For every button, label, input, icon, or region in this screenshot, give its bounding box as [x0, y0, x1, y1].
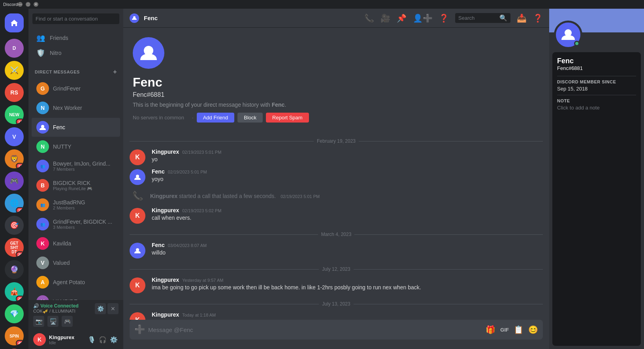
avatar-fenc: [36, 121, 49, 134]
dm-name-fenc: Fenc: [53, 124, 115, 130]
date-divider-jul12: July 12, 2023: [123, 260, 549, 275]
dm-name-bigdick-rick: BIGDICK RICK: [53, 180, 92, 186]
server-icon[interactable]: 🎮: [5, 172, 24, 191]
voice-screen-button[interactable]: 🖥️: [47, 316, 58, 327]
msg-username-4[interactable]: Fenc: [152, 242, 165, 248]
message-search-input[interactable]: [458, 15, 497, 21]
dm-item-nutty[interactable]: N NUTTY: [32, 137, 120, 156]
chat-area: Fenc 📞 🎥 📌 👤➕ ❓ 🔍 📥 ❓: [123, 9, 549, 349]
server-icon[interactable]: V: [5, 127, 24, 146]
dm-item-vampire[interactable]: V VAMPIRE: [32, 292, 120, 300]
home-server-icon[interactable]: [5, 13, 24, 32]
msg-username-1[interactable]: Kingpurex: [152, 149, 179, 155]
panel-avatar: [554, 21, 582, 49]
voice-channel: COK🎺 / ILLUMINATI: [33, 309, 79, 314]
server-icon[interactable]: ⚔️: [5, 61, 24, 80]
msg-content-4: Fenc 03/04/2023 8:07 AM willdo: [152, 242, 543, 258]
dm-item-nex-worker[interactable]: N Nex Worker: [32, 98, 120, 117]
dm-item-grind-bigdick[interactable]: 👥 GrindFever, BIGDICK ... 3 Members: [32, 215, 120, 234]
dm-search-area: [28, 9, 123, 29]
call-icon[interactable]: 📞: [364, 13, 374, 23]
avatar-vampire: V: [36, 295, 49, 300]
close-button[interactable]: ✕: [34, 2, 38, 7]
help-icon[interactable]: ❓: [439, 13, 449, 23]
dm-item-bigdick-rick[interactable]: B BIGDICK RICK Playing RuneLite 🎮: [32, 176, 120, 195]
dm-item-kavilda[interactable]: K Kavilda: [32, 234, 120, 253]
msg-text-2: yoyo: [152, 175, 543, 183]
server-icon[interactable]: SPIN 49: [5, 326, 24, 345]
msg-content-1: Kingpurex 02/19/2023 5:01 PM yo: [152, 149, 543, 165]
server-icon[interactable]: D: [5, 39, 24, 58]
server-icon[interactable]: 🎯: [5, 216, 24, 235]
message-group-1: K Kingpurex 02/19/2023 5:01 PM yo: [123, 147, 549, 167]
online-status-dot: [574, 41, 580, 46]
server-icon[interactable]: RS: [5, 83, 24, 102]
gif-icon[interactable]: GIF: [500, 327, 509, 333]
dm-item-justbadrng1[interactable]: 👥 JustBadRNG 2 Members: [32, 195, 120, 214]
inbox-icon[interactable]: 📥: [517, 13, 527, 23]
maximize-button[interactable]: □: [26, 2, 30, 7]
headset-button[interactable]: 🎧: [98, 335, 107, 344]
report-spam-button[interactable]: Report Spam: [266, 113, 309, 123]
voice-disconnect-button[interactable]: ✕: [107, 303, 119, 314]
dm-item-fenc[interactable]: Fenc: [32, 118, 120, 137]
dm-name-grind-bigdick: GrindFever, BIGDICK ...: [53, 219, 112, 225]
pin-icon[interactable]: 📌: [397, 13, 407, 23]
dm-item-grind-fever[interactable]: G GrindFever: [32, 79, 120, 98]
voice-cam-button[interactable]: 📷: [33, 316, 44, 327]
msg-header-5: Kingpurex Yesterday at 9:57 AM: [152, 277, 543, 283]
search-input[interactable]: [32, 13, 119, 24]
server-icon[interactable]: NEW 11: [5, 105, 24, 124]
server-icon[interactable]: 🦁 12: [5, 149, 24, 168]
attachment-button[interactable]: ➕: [134, 320, 145, 340]
sidebar-item-friends[interactable]: 👥 Friends: [32, 30, 120, 45]
voice-activity-button[interactable]: 🎮: [62, 316, 73, 327]
nitro-icon: 🛡️: [36, 49, 45, 57]
system-message-call: 📞 Kingpurex started a call that lasted a…: [123, 187, 549, 206]
msg-timestamp-2: 02/19/2023 5:01 PM: [168, 170, 207, 174]
server-icon[interactable]: 🔮: [5, 260, 24, 279]
sidebar-item-nitro[interactable]: 🛡️ Nitro: [32, 45, 120, 60]
msg-username-6[interactable]: Kingpurex: [152, 311, 179, 318]
msg-header-4: Fenc 03/04/2023 8:07 AM: [152, 242, 543, 248]
avatar-valued: V: [36, 257, 49, 269]
server-icon[interactable]: 💎: [5, 304, 24, 323]
server-icon[interactable]: 🎪 28: [5, 282, 24, 301]
avatar-nex-worker: N: [36, 102, 49, 114]
server-icon[interactable]: GETSHTDT 26: [5, 238, 24, 257]
question-icon[interactable]: ❓: [533, 13, 543, 23]
msg-username-3[interactable]: Kingpurex: [152, 207, 179, 213]
dm-sub-justbadrng1: 2 Members: [53, 206, 85, 210]
msg-username-5[interactable]: Kingpurex: [152, 277, 179, 283]
add-friend-icon[interactable]: 👤➕: [413, 13, 433, 23]
chat-input-area: ➕ 🎁 GIF 📋 😊: [123, 320, 549, 349]
emoji-icon[interactable]: 😊: [528, 325, 538, 334]
chat-header: Fenc 📞 🎥 📌 👤➕ ❓ 🔍 📥 ❓: [123, 9, 549, 28]
note-input[interactable]: Click to add a note: [557, 105, 636, 111]
minimize-button[interactable]: —: [18, 2, 23, 7]
dm-item-agent-potato[interactable]: A Agent Potato: [32, 273, 120, 292]
video-icon[interactable]: 🎥: [380, 13, 390, 23]
msg-timestamp-4: 03/04/2023 8:07 AM: [168, 243, 207, 248]
block-button[interactable]: Block: [237, 113, 263, 123]
dm-item-bowyer[interactable]: 👥 Bowyer, ImJon, Grind... 7 Members: [32, 157, 120, 175]
user-intro: Fenc Fenc#6881 This is the beginning of …: [123, 28, 549, 132]
dm-sub-bowyer: 7 Members: [53, 167, 111, 172]
mic-button[interactable]: 🎙️: [87, 335, 96, 344]
message-input[interactable]: [148, 322, 482, 338]
username-label: Kingpurex: [49, 334, 84, 340]
gift-icon[interactable]: 🎁: [486, 325, 495, 334]
avatar-kingpurex-4: K: [130, 312, 145, 320]
panel-username: Fenc: [557, 57, 636, 65]
msg-username-2[interactable]: Fenc: [152, 168, 165, 175]
sticker-icon[interactable]: 📋: [514, 325, 523, 334]
add-friend-button[interactable]: Add Friend: [197, 113, 235, 123]
voice-settings-button[interactable]: ⚙️: [95, 303, 106, 314]
msg-content-2: Fenc 02/19/2023 5:01 PM yoyo: [152, 168, 543, 185]
server-icon[interactable]: 🌐 18: [5, 194, 24, 213]
settings-button[interactable]: ⚙️: [109, 335, 119, 344]
avatar-kavilda: K: [36, 237, 49, 250]
add-dm-button[interactable]: +: [113, 68, 117, 75]
dm-item-valued[interactable]: V Valued: [32, 253, 120, 272]
dm-name-bowyer: Bowyer, ImJon, Grind...: [53, 160, 111, 167]
